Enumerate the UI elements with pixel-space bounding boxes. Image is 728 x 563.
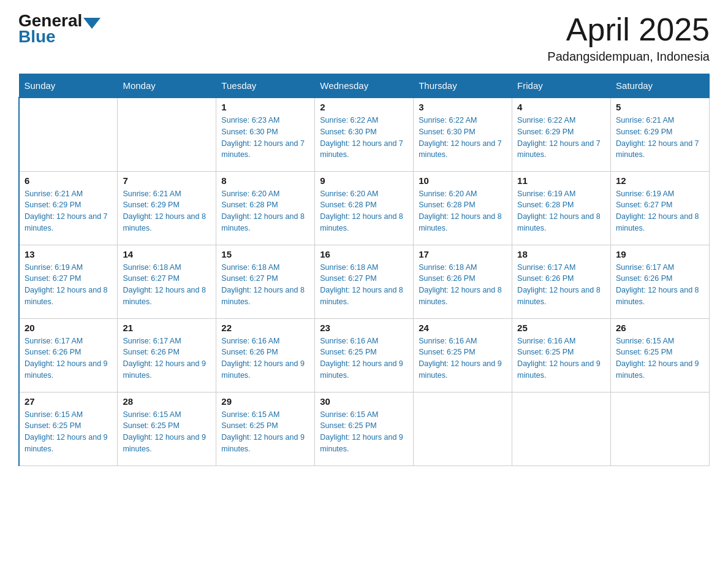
- day-number: 13: [25, 249, 112, 259]
- day-number: 14: [123, 249, 211, 259]
- table-row: 11Sunrise: 6:19 AMSunset: 6:28 PMDayligh…: [512, 171, 611, 245]
- table-row: 9Sunrise: 6:20 AMSunset: 6:28 PMDaylight…: [315, 171, 414, 245]
- day-info: Sunrise: 6:17 AMSunset: 6:26 PMDaylight:…: [616, 262, 704, 308]
- day-number: 23: [320, 323, 408, 333]
- day-number: 2: [320, 102, 408, 112]
- table-row: 1Sunrise: 6:23 AMSunset: 6:30 PMDaylight…: [216, 98, 315, 171]
- day-info: Sunrise: 6:18 AMSunset: 6:27 PMDaylight:…: [320, 262, 408, 308]
- day-number: 21: [123, 323, 211, 333]
- day-info: Sunrise: 6:19 AMSunset: 6:28 PMDaylight:…: [517, 188, 605, 234]
- day-info: Sunrise: 6:19 AMSunset: 6:27 PMDaylight:…: [616, 188, 704, 234]
- table-row: 13Sunrise: 6:19 AMSunset: 6:27 PMDayligh…: [19, 245, 118, 318]
- table-row: 19Sunrise: 6:17 AMSunset: 6:26 PMDayligh…: [611, 245, 710, 318]
- table-row: 12Sunrise: 6:19 AMSunset: 6:27 PMDayligh…: [611, 171, 710, 245]
- table-row: 8Sunrise: 6:20 AMSunset: 6:28 PMDaylight…: [216, 171, 315, 245]
- calendar-header-row: Sunday Monday Tuesday Wednesday Thursday…: [19, 74, 710, 98]
- day-number: 29: [221, 396, 309, 407]
- logo-triangle-icon: [83, 18, 100, 29]
- day-number: 5: [616, 102, 704, 112]
- day-number: 3: [419, 102, 507, 112]
- table-row: [414, 392, 512, 465]
- table-row: 14Sunrise: 6:18 AMSunset: 6:27 PMDayligh…: [118, 245, 216, 318]
- table-row: [512, 392, 611, 465]
- day-info: Sunrise: 6:15 AMSunset: 6:25 PMDaylight:…: [221, 409, 309, 455]
- logo: General Blue: [18, 12, 100, 45]
- table-row: 16Sunrise: 6:18 AMSunset: 6:27 PMDayligh…: [315, 245, 414, 318]
- table-row: 29Sunrise: 6:15 AMSunset: 6:25 PMDayligh…: [216, 392, 315, 465]
- day-number: 9: [320, 175, 408, 186]
- day-info: Sunrise: 6:20 AMSunset: 6:28 PMDaylight:…: [320, 188, 408, 234]
- header-wednesday: Wednesday: [315, 74, 414, 98]
- day-number: 22: [221, 323, 309, 333]
- day-number: 12: [616, 175, 704, 186]
- page-header: General Blue April 2025 Padangsidempuan,…: [18, 12, 710, 64]
- table-row: 7Sunrise: 6:21 AMSunset: 6:29 PMDaylight…: [118, 171, 216, 245]
- title-block: April 2025 Padangsidempuan, Indonesia: [547, 12, 710, 64]
- day-number: 27: [25, 396, 112, 407]
- table-row: 21Sunrise: 6:17 AMSunset: 6:26 PMDayligh…: [118, 318, 216, 392]
- day-info: Sunrise: 6:15 AMSunset: 6:25 PMDaylight:…: [25, 409, 112, 455]
- table-row: 28Sunrise: 6:15 AMSunset: 6:25 PMDayligh…: [118, 392, 216, 465]
- day-number: 17: [419, 249, 507, 259]
- header-sunday: Sunday: [19, 74, 118, 98]
- day-number: 11: [517, 175, 605, 186]
- header-monday: Monday: [118, 74, 216, 98]
- day-info: Sunrise: 6:20 AMSunset: 6:28 PMDaylight:…: [419, 188, 507, 234]
- day-info: Sunrise: 6:15 AMSunset: 6:25 PMDaylight:…: [123, 409, 211, 455]
- table-row: 4Sunrise: 6:22 AMSunset: 6:29 PMDaylight…: [512, 98, 611, 171]
- table-row: 10Sunrise: 6:20 AMSunset: 6:28 PMDayligh…: [414, 171, 512, 245]
- day-info: Sunrise: 6:21 AMSunset: 6:29 PMDaylight:…: [616, 115, 704, 161]
- day-info: Sunrise: 6:17 AMSunset: 6:26 PMDaylight:…: [517, 262, 605, 308]
- table-row: 24Sunrise: 6:16 AMSunset: 6:25 PMDayligh…: [414, 318, 512, 392]
- day-number: 10: [419, 175, 507, 186]
- day-number: 26: [616, 323, 704, 333]
- day-info: Sunrise: 6:21 AMSunset: 6:29 PMDaylight:…: [123, 188, 211, 234]
- day-number: 24: [419, 323, 507, 333]
- calendar-week-row: 20Sunrise: 6:17 AMSunset: 6:26 PMDayligh…: [19, 318, 710, 392]
- day-number: 20: [25, 323, 112, 333]
- header-thursday: Thursday: [414, 74, 512, 98]
- day-number: 1: [221, 102, 309, 112]
- day-info: Sunrise: 6:15 AMSunset: 6:25 PMDaylight:…: [320, 409, 408, 455]
- calendar-week-row: 13Sunrise: 6:19 AMSunset: 6:27 PMDayligh…: [19, 245, 710, 318]
- day-number: 28: [123, 396, 211, 407]
- table-row: 3Sunrise: 6:22 AMSunset: 6:30 PMDaylight…: [414, 98, 512, 171]
- day-info: Sunrise: 6:22 AMSunset: 6:30 PMDaylight:…: [320, 115, 408, 161]
- table-row: 22Sunrise: 6:16 AMSunset: 6:26 PMDayligh…: [216, 318, 315, 392]
- day-info: Sunrise: 6:15 AMSunset: 6:25 PMDaylight:…: [616, 335, 704, 381]
- table-row: 25Sunrise: 6:16 AMSunset: 6:25 PMDayligh…: [512, 318, 611, 392]
- table-row: 6Sunrise: 6:21 AMSunset: 6:29 PMDaylight…: [19, 171, 118, 245]
- day-info: Sunrise: 6:16 AMSunset: 6:25 PMDaylight:…: [320, 335, 408, 381]
- day-info: Sunrise: 6:16 AMSunset: 6:26 PMDaylight:…: [221, 335, 309, 381]
- day-info: Sunrise: 6:18 AMSunset: 6:26 PMDaylight:…: [419, 262, 507, 308]
- table-row: 17Sunrise: 6:18 AMSunset: 6:26 PMDayligh…: [414, 245, 512, 318]
- day-number: 16: [320, 249, 408, 259]
- header-saturday: Saturday: [611, 74, 710, 98]
- day-info: Sunrise: 6:23 AMSunset: 6:30 PMDaylight:…: [221, 115, 309, 161]
- day-info: Sunrise: 6:22 AMSunset: 6:30 PMDaylight:…: [419, 115, 507, 161]
- table-row: 27Sunrise: 6:15 AMSunset: 6:25 PMDayligh…: [19, 392, 118, 465]
- table-row: [118, 98, 216, 171]
- day-number: 19: [616, 249, 704, 259]
- table-row: 2Sunrise: 6:22 AMSunset: 6:30 PMDaylight…: [315, 98, 414, 171]
- table-row: 18Sunrise: 6:17 AMSunset: 6:26 PMDayligh…: [512, 245, 611, 318]
- day-info: Sunrise: 6:21 AMSunset: 6:29 PMDaylight:…: [25, 188, 112, 234]
- day-number: 15: [221, 249, 309, 259]
- table-row: 5Sunrise: 6:21 AMSunset: 6:29 PMDaylight…: [611, 98, 710, 171]
- day-number: 7: [123, 175, 211, 186]
- day-info: Sunrise: 6:16 AMSunset: 6:25 PMDaylight:…: [517, 335, 605, 381]
- day-number: 30: [320, 396, 408, 407]
- logo-blue-text: Blue: [18, 28, 100, 45]
- table-row: 20Sunrise: 6:17 AMSunset: 6:26 PMDayligh…: [19, 318, 118, 392]
- calendar-week-row: 27Sunrise: 6:15 AMSunset: 6:25 PMDayligh…: [19, 392, 710, 465]
- table-row: 30Sunrise: 6:15 AMSunset: 6:25 PMDayligh…: [315, 392, 414, 465]
- day-info: Sunrise: 6:19 AMSunset: 6:27 PMDaylight:…: [25, 262, 112, 308]
- day-info: Sunrise: 6:18 AMSunset: 6:27 PMDaylight:…: [221, 262, 309, 308]
- day-number: 18: [517, 249, 605, 259]
- page-title: April 2025: [547, 12, 710, 47]
- day-info: Sunrise: 6:18 AMSunset: 6:27 PMDaylight:…: [123, 262, 211, 308]
- header-tuesday: Tuesday: [216, 74, 315, 98]
- table-row: 26Sunrise: 6:15 AMSunset: 6:25 PMDayligh…: [611, 318, 710, 392]
- day-info: Sunrise: 6:17 AMSunset: 6:26 PMDaylight:…: [123, 335, 211, 381]
- day-info: Sunrise: 6:22 AMSunset: 6:29 PMDaylight:…: [517, 115, 605, 161]
